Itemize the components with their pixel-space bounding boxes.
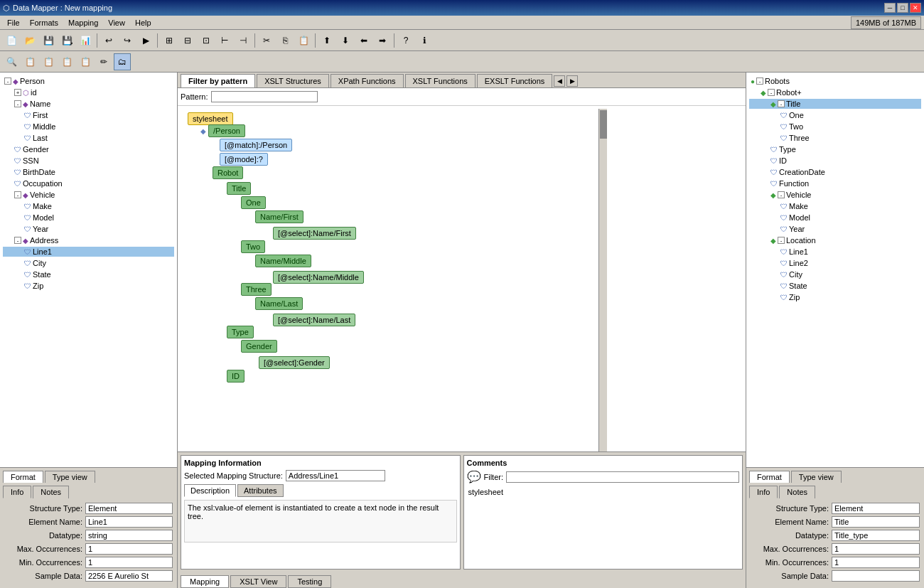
minimize-button[interactable]: ─ — [884, 3, 896, 13]
tree-node-r-id[interactable]: 🛡 ID — [749, 155, 921, 166]
down-button[interactable]: ⬇ — [337, 32, 354, 49]
tree-row-r-line1[interactable]: 🛡 Line1 — [749, 247, 921, 257]
tree-node-r-title[interactable]: ◆ - Title — [749, 98, 921, 109]
help-button[interactable]: ? — [397, 32, 414, 49]
tree-node-occupation[interactable]: 🛡 Occupation — [3, 178, 174, 189]
tree-row-r-vehicle[interactable]: ◆ - Vehicle — [749, 190, 921, 200]
merge-button[interactable]: ⬅ — [355, 32, 372, 49]
node-select-namemiddle[interactable]: [@select]:Name/Middle — [273, 271, 364, 284]
tree-node-gender[interactable]: 🛡 Gender — [3, 144, 174, 155]
left-typeview-tab[interactable]: Type view — [45, 471, 95, 483]
mapping-tab[interactable]: Mapping — [181, 575, 229, 588]
up-button[interactable]: ⬆ — [318, 32, 335, 49]
right-notes-tab[interactable]: Notes — [779, 486, 815, 498]
tree-node-r-line2[interactable]: 🛡 Line2 — [749, 257, 921, 269]
tree-node-name[interactable]: - ◆ Name — [3, 98, 174, 109]
tree-row-r-title[interactable]: ◆ - Title — [749, 99, 921, 109]
tree-row-r-state[interactable]: 🛡 State — [749, 281, 921, 291]
tree-node-r-function[interactable]: 🛡 Function — [749, 178, 921, 189]
open-button[interactable]: 📂 — [21, 32, 38, 49]
tree-row-r-make[interactable]: 🛡 Make — [749, 201, 921, 211]
tab-filter-pattern[interactable]: Filter by pattern — [181, 74, 255, 87]
node-id[interactable]: ID — [227, 370, 245, 383]
selected-mapping-input[interactable] — [286, 470, 385, 481]
undo-button[interactable]: ↩ — [100, 32, 117, 49]
left-tree[interactable]: - ◆ Person + ⬡ id - ◆ — [0, 73, 177, 467]
right-info-tab[interactable]: Info — [749, 486, 778, 498]
tree-row-zip[interactable]: 🛡 Zip — [3, 281, 174, 291]
save-as-button[interactable]: 💾↗ — [58, 32, 75, 49]
tree-row-r-three[interactable]: 🛡 Three — [749, 133, 921, 143]
split-button[interactable]: ➡ — [374, 32, 391, 49]
tab-xslt-structures[interactable]: XSLT Structures — [257, 74, 329, 87]
tree-row-last[interactable]: 🛡 Last — [3, 133, 174, 143]
tree-node-r-one[interactable]: 🛡 One — [749, 109, 921, 121]
tree-row-r-city[interactable]: 🛡 City — [749, 269, 921, 279]
tree-row-r-type[interactable]: 🛡 Type — [749, 144, 921, 154]
menu-view[interactable]: View — [104, 17, 129, 28]
tree-row-robots[interactable]: ● - Robots — [749, 76, 921, 86]
copy-struct-btn[interactable]: 📋 — [21, 53, 38, 70]
redo-button[interactable]: ↪ — [119, 32, 136, 49]
tree-row-r-creationdate[interactable]: 🛡 CreationDate — [749, 167, 921, 177]
tree-row-state[interactable]: 🛡 State — [3, 269, 174, 279]
testing-tab[interactable]: Testing — [288, 575, 331, 588]
node-namemiddle[interactable]: Name/Middle — [255, 255, 311, 267]
tree-node-zip[interactable]: 🛡 Zip — [3, 280, 174, 292]
left-format-tab[interactable]: Format — [3, 471, 43, 483]
node-select-namelast[interactable]: [@select]:Name/Last — [273, 314, 355, 326]
tab-arrow-left[interactable]: ◀ — [554, 75, 565, 87]
tree-row-r-function[interactable]: 🛡 Function — [749, 178, 921, 188]
tree-row-r-line2[interactable]: 🛡 Line2 — [749, 258, 921, 268]
map-view-btn[interactable]: 🗂 — [114, 53, 131, 70]
expander-r-vehicle[interactable]: - — [778, 191, 785, 198]
cut-button[interactable]: ✂ — [258, 32, 275, 49]
tree-row-r-year[interactable]: 🛡 Year — [749, 224, 921, 234]
tree-row-r-location[interactable]: ◆ - Location — [749, 235, 921, 245]
left-notes-tab[interactable]: Notes — [33, 486, 69, 498]
menu-help[interactable]: Help — [131, 17, 156, 28]
center-scrollbar[interactable] — [598, 109, 607, 451]
tree-node-last[interactable]: 🛡 Last — [3, 132, 174, 144]
tree-node-r-zip[interactable]: 🛡 Zip — [749, 292, 921, 303]
tree-row-r-two[interactable]: 🛡 Two — [749, 122, 921, 132]
expander-address[interactable]: - — [14, 237, 21, 244]
search-btn[interactable]: 🔍 — [3, 53, 20, 70]
export-button[interactable]: 📊 — [77, 32, 94, 49]
tree-row-occupation[interactable]: 🛡 Occupation — [3, 178, 174, 188]
expander-id[interactable]: + — [14, 89, 21, 96]
expander-vehicle[interactable]: - — [14, 191, 21, 198]
node-title[interactable]: Title — [227, 182, 251, 195]
btn4[interactable]: ⊢ — [216, 32, 233, 49]
new-button[interactable]: 📄 — [3, 32, 20, 49]
node-namefirst[interactable]: Name/First — [255, 210, 303, 223]
tree-node-vehicle[interactable]: - ◆ Vehicle — [3, 189, 174, 201]
right-tree[interactable]: ● - Robots ◆ - Robot+ ◆ — [746, 73, 924, 467]
tree-node-state[interactable]: 🛡 State — [3, 269, 174, 280]
tree-node-r-vehicle[interactable]: ◆ - Vehicle — [749, 189, 921, 201]
tab-xpath-functions[interactable]: XPath Functions — [331, 74, 404, 87]
tree-row-make[interactable]: 🛡 Make — [3, 201, 174, 211]
attributes-button[interactable]: Attributes — [237, 484, 283, 497]
node-select-namefirst[interactable]: [@select]:Name/First — [273, 227, 356, 240]
btn5[interactable]: ⊣ — [235, 32, 252, 49]
menu-file[interactable]: File — [3, 17, 24, 28]
tree-node-r-make[interactable]: 🛡 Make — [749, 201, 921, 212]
tree-row-name[interactable]: - ◆ Name — [3, 99, 174, 109]
tree-row-r-zip[interactable]: 🛡 Zip — [749, 292, 921, 302]
tree-node-r-type[interactable]: 🛡 Type — [749, 144, 921, 155]
tree-node-r-model[interactable]: 🛡 Model — [749, 212, 921, 223]
node-select-gender[interactable]: [@select]:Gender — [259, 356, 330, 369]
tree-node-model[interactable]: 🛡 Model — [3, 212, 174, 223]
tree-node-line1[interactable]: 🛡 Line1 — [3, 246, 174, 257]
node-stylesheet[interactable]: stylesheet — [188, 112, 233, 125]
tree-row-middle[interactable]: 🛡 Middle — [3, 122, 174, 132]
menu-mapping[interactable]: Mapping — [64, 17, 102, 28]
tree-node-r-city[interactable]: 🛡 City — [749, 269, 921, 280]
tree-node-address[interactable]: - ◆ Address — [3, 235, 174, 246]
node-namelast[interactable]: Name/Last — [255, 297, 303, 310]
tree-node-r-year[interactable]: 🛡 Year — [749, 223, 921, 235]
expander-robot-plus[interactable]: - — [768, 89, 775, 96]
edit-btn[interactable]: ✏ — [95, 53, 112, 70]
add-output-button[interactable]: ⊟ — [179, 32, 196, 49]
